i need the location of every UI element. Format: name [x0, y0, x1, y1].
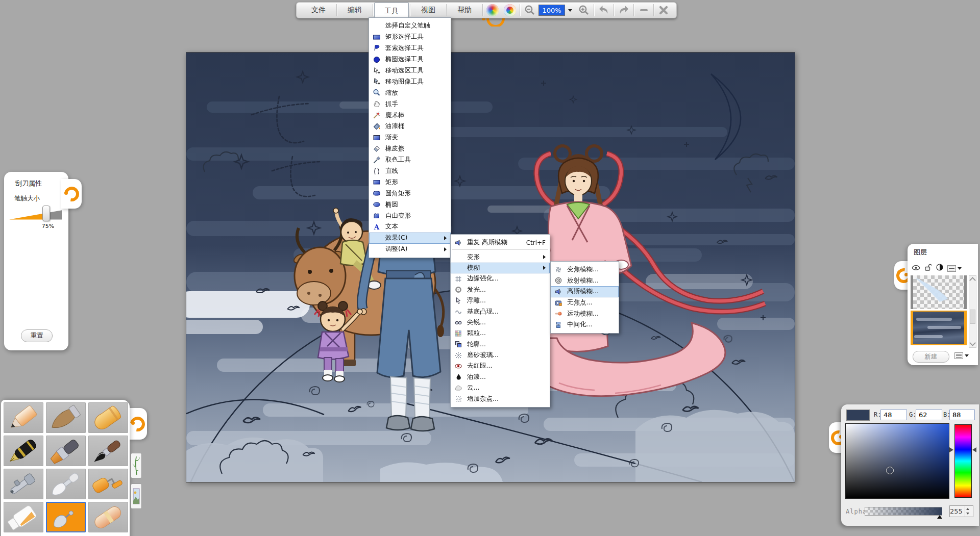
menu-item-text[interactable]: A文本 — [369, 221, 451, 233]
new-layer-button[interactable]: 新建 — [913, 351, 949, 363]
menu-item-blur[interactable]: 模糊 — [451, 263, 550, 273]
menu-item-repeat-gaussian[interactable]: 重复 高斯模糊Ctrl+F — [451, 237, 550, 248]
scroll-down-icon[interactable] — [969, 340, 976, 346]
layers-scrollbar[interactable] — [969, 275, 976, 348]
menu-item-lasso-select[interactable]: 套索选择工具 — [369, 43, 451, 54]
layer-thumbnail-selected[interactable] — [911, 311, 967, 345]
hue-marker-left[interactable] — [949, 447, 953, 452]
menu-item-zoom-blur[interactable]: 变焦模糊... — [551, 264, 619, 275]
menu-item-rounded-rect[interactable]: 圆角矩形 — [369, 188, 451, 199]
palette-drag-grip[interactable] — [129, 408, 147, 440]
menu-help[interactable]: 帮助 — [448, 4, 481, 17]
tool-scraper-selected[interactable] — [46, 502, 86, 532]
alpha-spinner[interactable]: 255 — [949, 505, 973, 517]
alpha-up-icon[interactable] — [966, 508, 969, 510]
menu-item-free-transform[interactable]: 自由变形 — [369, 210, 451, 221]
sv-marker[interactable] — [886, 467, 894, 474]
menu-item-emboss[interactable]: 浮雕... — [451, 295, 550, 306]
menu-item-radial-blur[interactable]: 放射模糊... — [551, 275, 619, 287]
redo-button[interactable] — [615, 4, 632, 17]
brush-preview-picture-button[interactable] — [131, 483, 142, 509]
menu-item-rectangle[interactable]: 矩形 — [369, 176, 451, 188]
menu-item-line[interactable]: 直线 — [369, 166, 451, 177]
menu-item-zoom[interactable]: 缩放 — [369, 87, 451, 98]
layer-lock-icon[interactable] — [924, 263, 932, 273]
tool-fountain-pen[interactable] — [4, 436, 43, 466]
tool-eraser-stick[interactable] — [88, 502, 128, 532]
tool-paint-roller[interactable] — [88, 469, 128, 499]
alpha-down-icon[interactable] — [966, 513, 969, 515]
menu-item-ellipse-select[interactable]: 椭圆选择工具 — [369, 54, 451, 65]
menu-view[interactable]: 视图 — [411, 4, 445, 17]
menu-item-defocus[interactable]: 无焦点... — [551, 297, 619, 309]
menu-item-grain[interactable]: 颗粒... — [451, 328, 550, 339]
menu-item-sharpen[interactable]: 尖锐... — [451, 317, 550, 328]
brush-size-slider[interactable] — [9, 210, 62, 220]
app-logo-icon[interactable] — [484, 4, 501, 17]
menu-item-hand[interactable]: 抓手 — [369, 98, 451, 110]
layer-options-button[interactable] — [947, 265, 962, 272]
menu-item-magic-wand[interactable]: 魔术棒 — [369, 110, 451, 121]
zoom-dropdown-caret[interactable] — [568, 9, 572, 12]
brush-size-slider-handle[interactable] — [42, 206, 50, 221]
alpha-marker[interactable] — [937, 515, 942, 519]
tool-flat-brush[interactable] — [46, 436, 86, 466]
minimize-button[interactable] — [635, 4, 652, 17]
g-field[interactable] — [916, 410, 942, 420]
undo-button[interactable] — [595, 4, 612, 17]
alpha-slider[interactable] — [865, 507, 942, 516]
hue-marker-right[interactable] — [972, 447, 976, 452]
menu-item-gaussian-blur[interactable]: 高斯模糊... — [551, 286, 619, 297]
menu-item-ellipse[interactable]: 椭圆 — [369, 199, 451, 210]
color-wheel-icon[interactable] — [501, 4, 519, 17]
menu-item-motion-blur[interactable]: 运动模糊... — [551, 308, 619, 319]
menu-item-gradient[interactable]: 渐变 — [369, 132, 451, 143]
menu-item-move-selection[interactable]: 移动选区工具 — [369, 65, 451, 76]
layer-visibility-icon[interactable] — [912, 264, 920, 273]
menu-item-eraser[interactable]: 橡皮擦 — [369, 143, 451, 155]
brush-preview-bamboo-button[interactable] — [131, 453, 142, 478]
zoom-out-icon[interactable] — [521, 4, 538, 17]
menu-item-red-eye[interactable]: 去红眼... — [451, 361, 550, 371]
menu-item-edge-enhance[interactable]: 边缘强化... — [451, 273, 550, 284]
menu-item-adjust[interactable]: 调整(A) — [369, 244, 451, 255]
menu-item-distort[interactable]: 变形 — [451, 251, 550, 262]
layers-list-menu-button[interactable] — [954, 352, 969, 359]
menu-item-paint[interactable]: 油漆... — [451, 372, 550, 382]
tool-sharp-pencil[interactable] — [4, 402, 43, 433]
menu-item-bas-relief[interactable]: 基底凸现... — [451, 306, 550, 317]
menu-item-contour[interactable]: 轮廓... — [451, 339, 550, 350]
tool-crayon[interactable] — [88, 402, 128, 433]
tool-paint-bottle[interactable] — [4, 502, 43, 532]
menu-item-effects[interactable]: 效果(C) — [369, 233, 451, 244]
tool-wood-pencil[interactable] — [46, 402, 86, 433]
menu-item-clouds[interactable]: 云... — [451, 382, 550, 393]
layer-blend-icon[interactable] — [936, 263, 944, 273]
hue-bar[interactable] — [954, 424, 972, 498]
menu-item-median[interactable]: 中间化... — [551, 319, 619, 330]
tool-ink-brush[interactable] — [88, 436, 128, 466]
menu-item-frosted-glass[interactable]: 磨砂玻璃... — [451, 350, 550, 361]
menu-item-rect-select[interactable]: 矩形选择工具 — [369, 32, 451, 43]
menu-item-move-image[interactable]: 移动图像工具 — [369, 76, 451, 87]
r-field[interactable] — [880, 410, 907, 420]
menu-item-custom-brush[interactable]: 选择自定义笔触 — [369, 20, 451, 32]
scrollbar-thumb[interactable] — [970, 310, 975, 324]
reset-button[interactable]: 重置 — [21, 329, 53, 342]
tool-airbrush[interactable] — [4, 469, 43, 499]
b-field[interactable] — [949, 410, 975, 420]
menu-edit[interactable]: 编辑 — [338, 4, 372, 17]
menu-file[interactable]: 文件 — [302, 4, 335, 17]
saturation-value-box[interactable] — [845, 423, 949, 499]
scroll-up-icon[interactable] — [969, 277, 976, 284]
zoom-in-icon[interactable] — [575, 4, 593, 17]
menu-item-paint-bucket[interactable]: 油漆桶 — [369, 121, 451, 132]
menu-item-color-picker-tool[interactable]: 取色工具 — [369, 155, 451, 166]
panel-drag-grip[interactable] — [61, 179, 82, 209]
menu-item-glow[interactable]: 发光... — [451, 285, 550, 295]
menu-item-add-noise[interactable]: 增加杂点... — [451, 393, 550, 404]
close-button[interactable] — [655, 4, 672, 17]
tool-palette-knife[interactable] — [46, 469, 86, 499]
layer-thumbnail-top[interactable] — [911, 275, 967, 309]
zoom-level-field[interactable]: 100% — [538, 5, 565, 16]
